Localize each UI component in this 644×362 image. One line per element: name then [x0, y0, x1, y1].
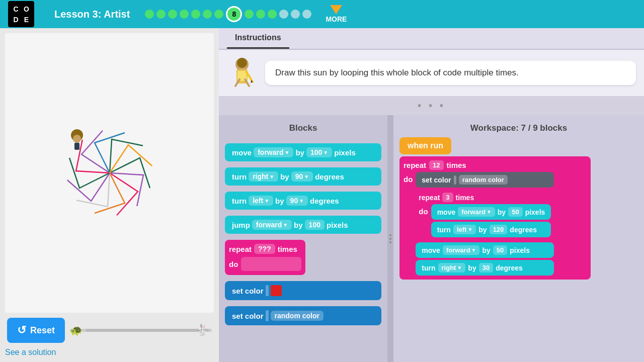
left-panel: ↺ Reset 🐢 🐇 See a solution — [0, 28, 219, 362]
ws-turn2-dir[interactable]: right ▼ — [438, 263, 466, 273]
ws-turn1-block[interactable]: turn left ▼ by 120 — [431, 222, 551, 237]
ws-turn2-val[interactable]: 30 — [479, 263, 493, 273]
outer-repeat-val[interactable]: 12 — [429, 160, 443, 170]
color-swatch-red[interactable] — [271, 285, 282, 296]
inner-repeat-val[interactable]: 3 — [442, 193, 453, 202]
outer-inner-blocks: set color random color repeat — [416, 172, 554, 276]
dot-2[interactable] — [156, 10, 166, 19]
inner-inner-blocks: move forward ▼ by 50 — [431, 204, 551, 237]
move-label: move — [232, 148, 252, 157]
more-button[interactable]: MORE — [326, 5, 347, 23]
ws-random-color-val[interactable]: random color — [459, 175, 508, 185]
instruction-text: Draw this sun by looping this whole bloc… — [265, 61, 636, 85]
dot-11[interactable] — [268, 10, 277, 19]
ws-move1-block[interactable]: move forward ▼ by 50 — [431, 204, 551, 220]
progress-dots: 8 — [145, 6, 311, 22]
set-color-block[interactable]: set color — [225, 281, 381, 300]
by-label: by — [295, 148, 304, 157]
left-dropdown[interactable]: left ▼ — [249, 196, 273, 206]
ws-move2-dir[interactable]: forward ▼ — [443, 245, 480, 255]
logo-e: E — [22, 15, 31, 24]
blocks-panel: Blocks move forward ▼ by 100 ▼ pi — [219, 115, 387, 362]
svg-point-4 — [237, 58, 247, 68]
when-run-block[interactable]: when run — [399, 137, 451, 154]
instructions-bar: Instructions — [219, 28, 644, 50]
ws-move2-val[interactable]: 50 — [493, 245, 507, 255]
turn-left-val[interactable]: 90 ▼ — [286, 196, 308, 206]
logo-d: D — [11, 15, 21, 24]
dropdown-arrow: ▼ — [323, 150, 328, 155]
outer-repeat-block[interactable]: repeat 12 times do set color — [399, 156, 591, 280]
more-label: MORE — [326, 15, 347, 23]
blocks-header: Blocks — [225, 121, 381, 137]
dot-12[interactable] — [279, 10, 288, 19]
dot-7[interactable] — [214, 10, 223, 19]
lesson-title: Lesson 3: Artist — [54, 9, 130, 20]
jump-forward-block[interactable]: jump forward ▼ by 100 pixels — [225, 216, 381, 234]
dot-6[interactable] — [203, 10, 212, 19]
reset-icon: ↺ — [17, 324, 26, 337]
triangle-icon — [330, 5, 342, 14]
ws-move1-val[interactable]: 50 — [508, 207, 522, 217]
reset-button[interactable]: ↺ Reset — [7, 318, 65, 343]
turn-left-block[interactable]: turn left ▼ by 90 ▼ degrees — [225, 192, 381, 210]
fast-turtle-icon: 🐇 — [195, 324, 209, 337]
ws-set-color-block[interactable]: set color random color — [416, 172, 554, 188]
resize-dots — [389, 234, 391, 243]
jump-dir-dropdown[interactable]: forward ▼ — [252, 220, 292, 230]
canvas-area — [5, 33, 214, 313]
speed-slider[interactable]: 🐢 🐇 — [70, 329, 212, 332]
see-solution-link[interactable]: See a solution — [5, 348, 214, 357]
dot-8-active[interactable]: 8 — [226, 6, 242, 22]
repeat-do-row: do — [229, 257, 301, 271]
sun-drawing — [34, 98, 185, 248]
workspace-header: Workspace: 7 / 9 blocks — [399, 121, 638, 137]
ws-turn2-block[interactable]: turn right ▼ by 30 degrees — [416, 260, 554, 276]
forward-dropdown[interactable]: forward ▼ — [254, 147, 293, 157]
speed-track[interactable]: 🐇 — [86, 329, 209, 332]
dot-3[interactable] — [168, 10, 177, 19]
bottom-controls: ↺ Reset 🐢 🐇 — [5, 318, 214, 343]
turn-right-val[interactable]: 90 ▼ — [291, 171, 313, 182]
turn-right-block[interactable]: turn right ▼ by 90 ▼ degrees — [225, 167, 381, 186]
dot-1[interactable] — [145, 10, 154, 19]
workspace-row: Blocks move forward ▼ by 100 ▼ pi — [219, 115, 644, 362]
outer-repeat-header: repeat 12 times — [404, 160, 587, 170]
instructions-content: Draw this sun by looping this whole bloc… — [219, 50, 644, 96]
svg-rect-2 — [74, 143, 79, 150]
repeat-block[interactable]: repeat ??? times do — [225, 240, 305, 275]
dots-indicator: • • • — [219, 96, 644, 115]
logo-o: O — [22, 4, 31, 14]
dot-9[interactable] — [245, 10, 254, 19]
dot-14[interactable] — [302, 10, 311, 19]
ws-move2-block[interactable]: move forward ▼ by 50 pixels — [416, 242, 554, 258]
right-dropdown[interactable]: right ▼ — [249, 171, 278, 182]
move-forward-block[interactable]: move forward ▼ by 100 ▼ pixels — [225, 143, 381, 161]
character-avatar — [227, 58, 257, 88]
resize-handle[interactable] — [387, 115, 393, 362]
repeat-do-slot[interactable] — [241, 257, 301, 271]
set-color-random-block[interactable]: set color random color — [225, 306, 381, 325]
dot-5[interactable] — [191, 10, 200, 19]
ws-turn1-dir[interactable]: left ▼ — [453, 225, 476, 234]
logo: C O D E — [8, 1, 34, 27]
move-val[interactable]: 100 ▼ — [306, 147, 332, 157]
right-panel: Instructions Draw thi — [219, 28, 644, 362]
jump-val[interactable]: 100 — [305, 220, 325, 230]
inner-do-row: do move forward ▼ — [419, 204, 551, 237]
dot-10[interactable] — [256, 10, 265, 19]
random-color-val[interactable]: random color — [271, 311, 324, 321]
main-content: ↺ Reset 🐢 🐇 See a solution Instructions — [0, 28, 644, 362]
svg-point-1 — [73, 135, 81, 143]
repeat-val-slot[interactable]: ??? — [254, 244, 275, 254]
dot-13[interactable] — [291, 10, 300, 19]
reset-label: Reset — [30, 325, 55, 336]
instructions-tab[interactable]: Instructions — [227, 28, 289, 49]
outer-do-row: do set color random color — [404, 172, 587, 276]
slow-turtle-icon: 🐢 — [70, 324, 83, 336]
ws-move1-dir[interactable]: forward ▼ — [458, 207, 495, 217]
ws-turn1-val[interactable]: 120 — [490, 225, 508, 234]
dot-4[interactable] — [180, 10, 189, 19]
dropdown-arrow: ▼ — [285, 150, 290, 155]
inner-repeat-block[interactable]: repeat 3 times do — [416, 190, 554, 240]
